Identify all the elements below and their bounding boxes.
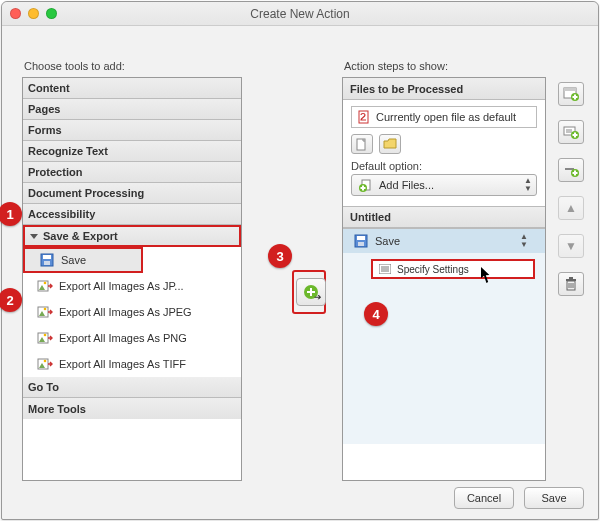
tool-save[interactable]: Save xyxy=(23,247,143,273)
move-down-button: ▼ xyxy=(558,234,584,258)
file-icon xyxy=(356,138,368,151)
trash-icon xyxy=(565,277,577,291)
add-file-button[interactable] xyxy=(351,134,373,154)
dropdown-label: Add Files... xyxy=(379,179,434,191)
tool-label: Export All Images As TIFF xyxy=(59,358,186,370)
svg-point-5 xyxy=(44,282,47,285)
settings-list-icon xyxy=(377,261,393,277)
add-step-container: ➔ xyxy=(292,270,326,314)
delete-step-button[interactable] xyxy=(558,272,584,296)
tool-export-tiff[interactable]: Export All Images As TIFF xyxy=(23,351,241,377)
section-content[interactable]: Content xyxy=(23,78,241,99)
file-buttons xyxy=(351,134,537,154)
section-document-processing[interactable]: Document Processing xyxy=(23,183,241,204)
specify-settings-button[interactable]: Specify Settings xyxy=(371,259,535,279)
text-plus-icon xyxy=(563,125,579,139)
tool-export-jp[interactable]: Export All Images As JP... xyxy=(23,273,241,299)
tool-label: Export All Images As JP... xyxy=(59,280,184,292)
section-label: Content xyxy=(28,82,70,94)
dialog-buttons: Cancel Save xyxy=(454,487,584,509)
svg-rect-22 xyxy=(357,236,365,240)
folder-icon xyxy=(383,138,397,150)
stepper-arrows-icon: ▲▼ xyxy=(524,177,532,193)
svg-rect-38 xyxy=(573,134,578,136)
floppy-icon xyxy=(353,233,369,249)
step-label: Save xyxy=(375,235,400,247)
section-label: Protection xyxy=(28,166,82,178)
button-label: Save xyxy=(541,492,566,504)
untitled-header: Untitled xyxy=(343,206,545,228)
dialog-body: Choose tools to add: Content Pages Forms… xyxy=(2,26,598,519)
tools-heading: Choose tools to add: xyxy=(24,60,242,72)
svg-point-8 xyxy=(44,308,47,311)
window-title: Create New Action xyxy=(2,7,598,21)
save-export-items: Save Export All Images As JP... Export A… xyxy=(23,247,241,377)
section-label: Accessibility xyxy=(28,208,95,220)
section-more-tools[interactable]: More Tools xyxy=(23,398,241,419)
steps-panel: Files to be Processed Currently open fil… xyxy=(342,77,546,481)
export-image-icon xyxy=(37,278,53,294)
steps-heading: Action steps to show: xyxy=(344,60,546,72)
section-forms[interactable]: Forms xyxy=(23,120,241,141)
section-save-export[interactable]: Save & Export xyxy=(23,225,241,247)
save-button[interactable]: Save xyxy=(524,487,584,509)
triangle-up-icon: ▲ xyxy=(565,201,577,215)
files-header: Files to be Processed xyxy=(343,78,545,100)
cursor-icon xyxy=(481,267,493,283)
tools-panel: Content Pages Forms Recognize Text Prote… xyxy=(22,77,242,481)
stepper-arrows-icon: ▲▼ xyxy=(520,233,528,249)
add-panel-button[interactable] xyxy=(558,82,584,106)
svg-rect-20 xyxy=(361,187,366,189)
section-label: Pages xyxy=(28,103,60,115)
steps-column: Action steps to show: Files to be Proces… xyxy=(342,60,546,481)
svg-rect-48 xyxy=(569,277,573,279)
tool-label: Export All Images As PNG xyxy=(59,332,187,344)
svg-rect-29 xyxy=(564,88,576,91)
add-instruction-button[interactable] xyxy=(558,120,584,144)
divider-plus-icon xyxy=(563,163,579,177)
add-folder-button[interactable] xyxy=(379,134,401,154)
annotation-1: 1 xyxy=(0,202,22,226)
specify-settings-label: Specify Settings xyxy=(397,264,469,275)
current-file-row: Currently open file as default xyxy=(351,106,537,128)
triangle-down-icon: ▼ xyxy=(565,239,577,253)
cancel-button[interactable]: Cancel xyxy=(454,487,514,509)
tool-label: Save xyxy=(61,254,86,266)
svg-rect-23 xyxy=(358,242,364,246)
svg-rect-32 xyxy=(573,96,578,98)
arrow-right-icon: ➔ xyxy=(314,292,322,302)
export-image-icon xyxy=(37,356,53,372)
section-label: Recognize Text xyxy=(28,145,108,157)
panel-plus-icon xyxy=(563,87,579,101)
export-image-icon xyxy=(37,304,53,320)
tool-label: Export All Images As JPEG xyxy=(59,306,192,318)
tool-export-jpeg[interactable]: Export All Images As JPEG xyxy=(23,299,241,325)
side-buttons: ▲ ▼ xyxy=(558,82,588,310)
section-label: Save & Export xyxy=(43,230,118,242)
section-protection[interactable]: Protection xyxy=(23,162,241,183)
move-up-button: ▲ xyxy=(558,196,584,220)
floppy-icon xyxy=(39,252,55,268)
svg-rect-1 xyxy=(43,255,51,259)
svg-point-11 xyxy=(44,334,47,337)
titlebar: Create New Action xyxy=(2,2,598,26)
button-label: Cancel xyxy=(467,492,501,504)
section-accessibility[interactable]: Accessibility xyxy=(23,204,241,225)
tool-export-png[interactable]: Export All Images As PNG xyxy=(23,325,241,351)
section-pages[interactable]: Pages xyxy=(23,99,241,120)
annotation-2: 2 xyxy=(0,288,22,312)
section-recognize-text[interactable]: Recognize Text xyxy=(23,141,241,162)
current-file-label: Currently open file as default xyxy=(376,111,516,123)
step-save-row[interactable]: Save ▲▼ xyxy=(343,229,545,253)
section-label: More Tools xyxy=(28,403,86,415)
chevron-down-icon xyxy=(30,234,38,239)
section-go-to[interactable]: Go To xyxy=(23,377,241,398)
add-divider-button[interactable] xyxy=(558,158,584,182)
section-label: Go To xyxy=(28,381,59,393)
default-option-dropdown[interactable]: Add Files... ▲▼ xyxy=(351,174,537,196)
pdf-icon xyxy=(356,109,372,125)
svg-point-14 xyxy=(44,360,47,363)
add-step-button[interactable]: ➔ xyxy=(296,278,326,306)
annotation-4: 4 xyxy=(364,302,388,326)
section-label: Forms xyxy=(28,124,62,136)
